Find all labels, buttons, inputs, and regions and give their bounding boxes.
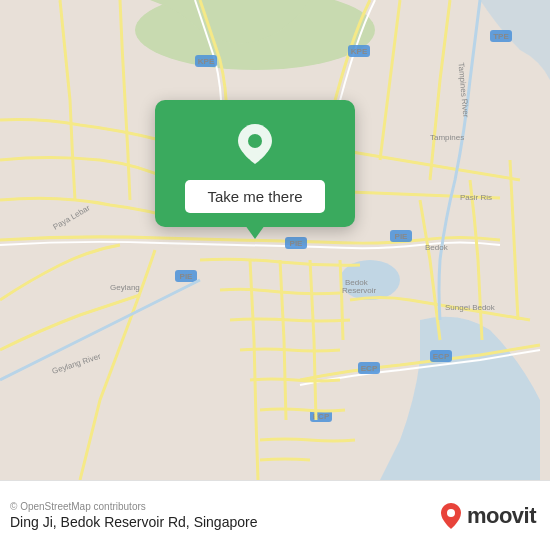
svg-text:PIE: PIE: [395, 232, 409, 241]
svg-text:KPE: KPE: [198, 57, 215, 66]
svg-text:PIE: PIE: [290, 239, 304, 248]
moovit-pin-icon: [440, 502, 462, 530]
location-pin-icon: [235, 122, 275, 166]
take-me-there-button[interactable]: Take me there: [185, 180, 324, 213]
svg-text:ECP: ECP: [433, 352, 450, 361]
moovit-brand-text: moovit: [467, 503, 536, 529]
location-name: Ding Ji, Bedok Reservoir Rd, Singapore: [10, 514, 257, 530]
svg-text:Geylang: Geylang: [110, 283, 140, 292]
svg-text:Tampines: Tampines: [430, 133, 464, 142]
location-icon-wrap: [229, 118, 281, 170]
svg-point-31: [248, 134, 262, 148]
svg-text:PIE: PIE: [180, 272, 194, 281]
map-popup-card: Take me there: [155, 100, 355, 227]
svg-text:TPE: TPE: [493, 32, 509, 41]
moovit-logo: moovit: [440, 502, 536, 530]
map-container: KPE KPE PIE PIE PIE ECP ECP ECP TPE: [0, 0, 550, 480]
svg-text:Bedok: Bedok: [425, 243, 449, 252]
svg-text:KPE: KPE: [351, 47, 368, 56]
svg-text:ECP: ECP: [361, 364, 378, 373]
attribution-text: © OpenStreetMap contributors: [10, 501, 257, 512]
svg-text:Sungei Bedok: Sungei Bedok: [445, 303, 496, 312]
svg-text:Reservoir: Reservoir: [342, 286, 377, 295]
bottom-left-info: © OpenStreetMap contributors Ding Ji, Be…: [10, 501, 257, 530]
svg-text:Pasir Ris: Pasir Ris: [460, 193, 492, 202]
svg-point-32: [447, 509, 455, 517]
bottom-bar: © OpenStreetMap contributors Ding Ji, Be…: [0, 480, 550, 550]
